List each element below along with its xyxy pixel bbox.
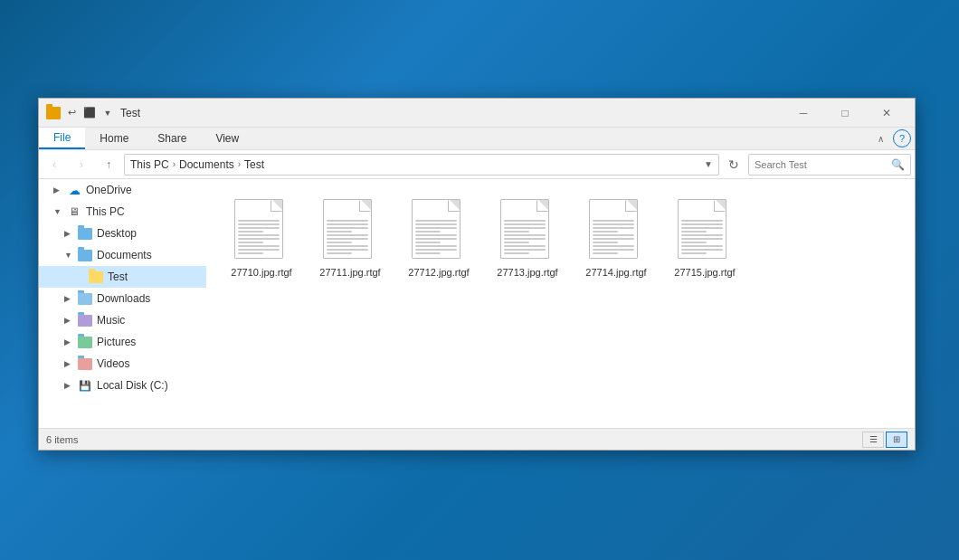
- doc-icon: [323, 199, 372, 259]
- doc-line: [238, 252, 263, 254]
- up-button[interactable]: ↑: [97, 154, 120, 176]
- expand-arrow-music: ▶: [64, 316, 77, 325]
- main-content: ▶ ☁ OneDrive ▼ 🖥 This PC ▶ Desktop: [39, 179, 915, 428]
- sidebar-content: ▶ ☁ OneDrive ▼ 🖥 This PC ▶ Desktop: [39, 179, 206, 428]
- doc-line: [327, 249, 368, 251]
- file-item[interactable]: 27713.jpg.rtgf: [487, 194, 568, 284]
- folder-icon-downloads: [77, 291, 93, 306]
- doc-line: [504, 223, 546, 225]
- doc-line: [681, 227, 723, 229]
- file-icon: [500, 199, 555, 262]
- ribbon-collapse-arrow[interactable]: ∧: [872, 132, 889, 146]
- doc-lines: [238, 220, 280, 254]
- file-item[interactable]: 27710.jpg.rtgf: [221, 194, 302, 284]
- path-dropdown[interactable]: ▼: [704, 159, 713, 169]
- search-input[interactable]: [755, 159, 888, 170]
- sidebar-item-documents[interactable]: ▼ Documents: [39, 244, 206, 266]
- file-item[interactable]: 27712.jpg.rtgf: [398, 194, 480, 284]
- doc-lines: [504, 220, 546, 254]
- file-name: 27710.jpg.rtgf: [231, 266, 291, 279]
- sidebar-item-music[interactable]: ▶ Music: [39, 309, 206, 331]
- doc-line: [681, 231, 707, 233]
- window-folder-icon: [46, 107, 61, 119]
- doc-line: [238, 220, 280, 222]
- window-title: Test: [120, 107, 777, 119]
- undo-icon: ↩: [64, 106, 79, 120]
- refresh-button[interactable]: ↻: [723, 154, 745, 176]
- path-sep-1: ›: [173, 159, 176, 169]
- folder-icon-documents: [77, 248, 93, 262]
- sidebar-item-videos[interactable]: ▶ Videos: [39, 353, 206, 375]
- tab-view[interactable]: View: [201, 128, 253, 149]
- sidebar-label-pictures: Pictures: [97, 336, 136, 348]
- doc-line: [238, 223, 280, 225]
- path-segment-documents[interactable]: Documents: [179, 158, 234, 171]
- doc-line: [415, 245, 457, 247]
- doc-line: [681, 249, 723, 251]
- doc-line: [504, 238, 546, 240]
- path-segment-thispc[interactable]: This PC: [130, 158, 169, 171]
- doc-icon: [589, 199, 638, 259]
- tab-share[interactable]: Share: [143, 128, 201, 149]
- doc-line: [504, 227, 546, 229]
- sidebar-label-thispc: This PC: [86, 205, 125, 218]
- sidebar-item-desktop[interactable]: ▶ Desktop: [39, 223, 206, 244]
- folder-icon-test: [88, 270, 104, 284]
- sidebar: ▶ ☁ OneDrive ▼ 🖥 This PC ▶ Desktop: [39, 179, 206, 428]
- doc-line: [415, 220, 457, 222]
- help-button[interactable]: ?: [893, 129, 911, 147]
- path-sep-2: ›: [238, 159, 241, 169]
- doc-line: [415, 238, 457, 240]
- sidebar-item-test[interactable]: Test: [39, 266, 206, 288]
- address-path[interactable]: This PC › Documents › Test ▼: [124, 154, 719, 176]
- expand-arrow-onedrive: ▶: [53, 185, 66, 195]
- doc-line: [504, 220, 546, 222]
- doc-lines: [327, 220, 368, 254]
- tiles-view-button[interactable]: ⊞: [886, 432, 907, 448]
- sidebar-item-onedrive[interactable]: ▶ ☁ OneDrive: [39, 179, 206, 201]
- doc-line: [593, 238, 634, 240]
- minimize-button[interactable]: ─: [783, 99, 824, 128]
- file-item[interactable]: 27715.jpg.rtgf: [664, 194, 745, 284]
- expand-arrow-desktop: ▶: [64, 229, 77, 238]
- sidebar-item-localdisk[interactable]: ▶ 💾 Local Disk (C:): [39, 375, 206, 396]
- doc-line: [504, 245, 546, 247]
- doc-line: [415, 223, 457, 225]
- sidebar-item-thispc[interactable]: ▼ 🖥 This PC: [39, 201, 206, 223]
- expand-arrow-documents: ▼: [64, 251, 77, 260]
- disk-icon: 💾: [77, 378, 93, 393]
- search-box[interactable]: 🔍: [748, 154, 911, 176]
- path-segment-test[interactable]: Test: [244, 158, 264, 171]
- file-item[interactable]: 27714.jpg.rtgf: [575, 194, 657, 284]
- expand-arrow-videos: ▶: [64, 359, 77, 368]
- doc-line: [415, 231, 441, 233]
- doc-icon: [412, 199, 461, 259]
- back-button[interactable]: ‹: [43, 154, 66, 176]
- expand-arrow-thispc: ▼: [53, 207, 66, 216]
- title-bar: ↩ ⬛ ▼ Test ─ □ ✕: [39, 99, 915, 128]
- doc-line: [593, 227, 634, 229]
- file-icon: [678, 199, 732, 262]
- sidebar-item-pictures[interactable]: ▶ Pictures: [39, 331, 206, 353]
- doc-lines: [415, 220, 457, 254]
- details-view-button[interactable]: ☰: [862, 432, 884, 448]
- cloud-icon: ☁: [66, 183, 82, 197]
- doc-line: [238, 242, 263, 243]
- tab-home[interactable]: Home: [85, 128, 143, 149]
- tab-file[interactable]: File: [39, 128, 85, 149]
- doc-line: [681, 242, 707, 243]
- doc-icon: [678, 199, 726, 259]
- ribbon-tabs: File Home Share View ∧ ?: [39, 128, 915, 150]
- file-icon: [412, 199, 466, 262]
- file-item[interactable]: 27711.jpg.rtgf: [309, 194, 391, 284]
- doc-fold: [538, 200, 548, 210]
- close-button[interactable]: ✕: [866, 99, 907, 128]
- sidebar-item-downloads[interactable]: ▶ Downloads: [39, 288, 206, 309]
- doc-line: [238, 238, 280, 240]
- forward-button[interactable]: ›: [70, 154, 93, 176]
- doc-line: [681, 220, 723, 222]
- doc-line: [415, 234, 457, 236]
- doc-fold: [716, 200, 726, 210]
- maximize-button[interactable]: □: [824, 99, 866, 128]
- doc-icon: [234, 199, 283, 259]
